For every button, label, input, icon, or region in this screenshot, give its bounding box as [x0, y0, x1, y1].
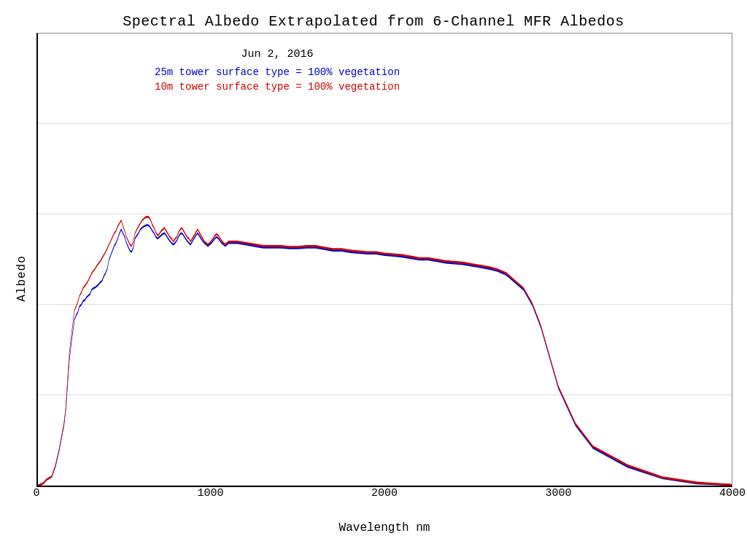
x-tick-1000: 1000 — [197, 487, 223, 499]
chart-svg — [38, 34, 732, 486]
x-tick-3000: 3000 — [545, 487, 571, 499]
plot-and-xaxis: 0.0 0.2 0.4 0.6 0.8 1.0 Jun 2, 2016 25m … — [36, 33, 732, 524]
y-axis-label: Albedo — [15, 255, 28, 302]
plot-area-wrapper: Albedo 0.0 0.2 0.4 0.6 0.8 1.0 — [0, 33, 747, 560]
x-axis-area: 0 1000 2000 3000 4000 Wavelength nm — [36, 487, 732, 524]
x-ticks-row: 0 1000 2000 3000 4000 — [36, 487, 732, 505]
blue-line — [38, 225, 732, 486]
plot-frame: 0.0 0.2 0.4 0.6 0.8 1.0 Jun 2, 2016 25m … — [36, 33, 732, 487]
x-tick-0: 0 — [33, 487, 39, 499]
x-tick-2000: 2000 — [371, 487, 398, 499]
x-tick-4000: 4000 — [719, 487, 746, 499]
chart-container: Spectral Albedo Extrapolated from 6-Chan… — [0, 0, 747, 560]
x-axis-label: Wavelength nm — [36, 521, 732, 534]
red-line — [38, 217, 732, 486]
chart-title: Spectral Albedo Extrapolated from 6-Chan… — [123, 13, 624, 30]
y-axis-label-container: Albedo — [7, 33, 36, 524]
